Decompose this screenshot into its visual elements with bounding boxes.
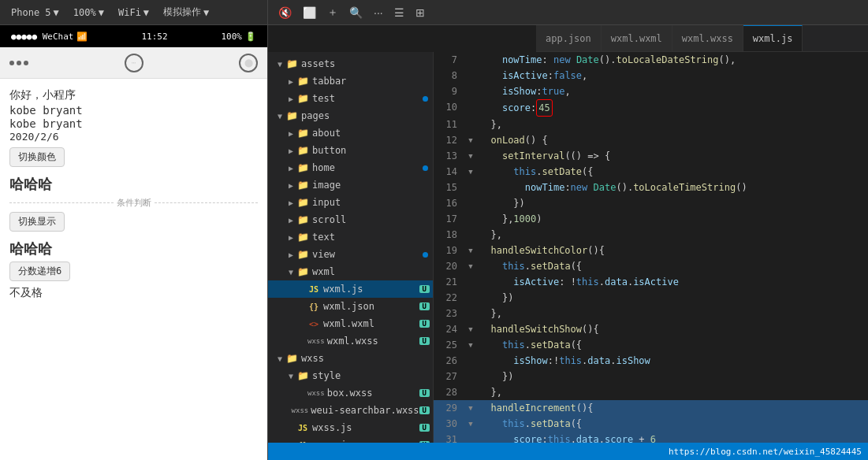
switch-show-button[interactable]: 切换显示: [9, 212, 65, 232]
wxml-wxml-icon: <>: [307, 320, 320, 328]
line-num-31: 31: [434, 432, 465, 443]
tree-item-style[interactable]: ▼ 📁 style: [268, 367, 433, 384]
input-folder-icon: 📁: [296, 197, 309, 208]
button-folder-icon: 📁: [296, 145, 309, 156]
tabbar-folder-icon: 📁: [296, 76, 309, 87]
tree-item-tabbar[interactable]: ▶ 📁 tabbar: [268, 72, 433, 90]
about-label: about: [312, 128, 341, 139]
zoom-selector[interactable]: 100% ▼: [69, 6, 109, 20]
line-content-25: this.setData({: [476, 337, 868, 353]
pages-folder-icon: 📁: [285, 110, 298, 121]
line-content-8: isActive:false,: [476, 68, 868, 83]
more-button[interactable]: ···: [370, 5, 387, 20]
nav-home-icon: ⬤: [244, 58, 253, 67]
box-wxss-label: box.wxss: [327, 388, 373, 399]
wxml-wxss-badge: U: [419, 337, 430, 345]
line-content-29: handleIncrement(){: [476, 400, 868, 416]
tree-item-box-wxss[interactable]: wxss box.wxss U: [268, 384, 433, 402]
text-folder-icon: 📁: [296, 232, 309, 243]
wxml-json-badge: U: [419, 302, 430, 310]
wxss-js-icon: JS: [296, 424, 309, 432]
line-num-10: 10: [434, 99, 465, 115]
name2-text: kobe bryant: [9, 117, 258, 130]
tree-item-text[interactable]: ▶ 📁 text: [268, 228, 433, 246]
fold-30[interactable]: ▼: [465, 416, 476, 432]
tree-item-button[interactable]: ▶ 📁 button: [268, 142, 433, 159]
fold-20[interactable]: ▼: [465, 258, 476, 274]
tree-item-image[interactable]: ▶ 📁 image: [268, 176, 433, 194]
test-label: test: [312, 93, 335, 104]
text-arrow-icon: ▶: [285, 233, 296, 242]
code-line-17: 17 },1000): [434, 211, 868, 227]
line-content-14: this.setDate({: [476, 164, 868, 180]
tab-wxml-wxml-label: wxml.wxml: [611, 33, 662, 44]
fold-13[interactable]: ▼: [465, 148, 476, 164]
wxss-label: wxss: [301, 353, 324, 364]
divider-label: 条件判断: [114, 197, 155, 209]
wxml-js-icon: JS: [307, 285, 320, 294]
add-button[interactable]: ＋: [323, 4, 342, 21]
tree-item-input[interactable]: ▶ 📁 input: [268, 194, 433, 211]
simulate-selector[interactable]: 模拟操作 ▼: [158, 4, 214, 20]
fold-19[interactable]: ▼: [465, 243, 476, 258]
wxml-arrow-icon: ▼: [285, 268, 296, 276]
split-button[interactable]: ⊞: [412, 5, 429, 20]
tree-item-home[interactable]: ▶ 📁 home: [268, 159, 433, 176]
tree-item-pages[interactable]: ▼ 📁 pages: [268, 107, 433, 124]
simulate-label: 模拟操作: [163, 6, 201, 19]
tree-item-wxml-wxss[interactable]: wxss wxml.wxss U: [268, 332, 433, 350]
tab-wxml-js[interactable]: wxml.js: [743, 25, 803, 51]
list-button[interactable]: ☰: [390, 5, 408, 20]
tree-item-assets[interactable]: ▼ 📁 assets: [268, 55, 433, 72]
line-num-27: 27: [434, 369, 465, 384]
nav-circle: ⋯: [125, 54, 143, 72]
line-content-12: onLoad() {: [476, 132, 868, 148]
code-line-26: 26 isShow:!this.data.isShow: [434, 353, 868, 369]
home-label: home: [312, 162, 335, 173]
tab-wxml-wxss[interactable]: wxml.wxss: [672, 25, 743, 51]
line-num-28: 28: [434, 384, 465, 400]
line-num-7: 7: [434, 52, 465, 68]
tree-item-wxss[interactable]: ▼ 📁 wxss: [268, 350, 433, 367]
code-line-15: 15 nowTime:new Date().toLocaleTimeString…: [434, 180, 868, 195]
window-button[interactable]: ⬜: [299, 5, 320, 20]
tab-app-json[interactable]: app.json: [536, 25, 602, 51]
tree-item-wxml-json[interactable]: {} wxml.json U: [268, 298, 433, 315]
tab-wxml-wxss-label: wxml.wxss: [682, 33, 733, 44]
switch-color-button[interactable]: 切换颜色: [9, 147, 65, 167]
home-badge: [423, 165, 428, 171]
search-button[interactable]: 🔍: [345, 5, 367, 20]
fold-29[interactable]: ▼: [465, 400, 476, 416]
tree-item-wxml[interactable]: ▼ 📁 wxml: [268, 263, 433, 280]
line-content-26: isShow:!this.data.isShow: [476, 353, 868, 369]
fold-14[interactable]: ▼: [465, 164, 476, 180]
tab-wxml-wxml[interactable]: wxml.wxml: [602, 25, 672, 51]
fold-12[interactable]: ▼: [465, 132, 476, 148]
fold-24[interactable]: ▼: [465, 321, 476, 337]
assets-arrow-icon: ▼: [274, 60, 285, 69]
tree-item-wxss-js[interactable]: JS wxss.js U: [268, 419, 433, 436]
network-selector[interactable]: WiFi ▼: [114, 6, 154, 20]
tree-item-scroll[interactable]: ▶ 📁 scroll: [268, 211, 433, 228]
test-folder-icon: 📁: [296, 93, 309, 104]
device-selector[interactable]: Phone 5 ▼: [6, 6, 64, 20]
wxml-wxml-badge: U: [419, 320, 430, 328]
time-label: 11:52: [141, 32, 167, 42]
style-arrow-icon: ▼: [285, 372, 296, 380]
mute-button[interactable]: 🔇: [274, 5, 296, 20]
tree-item-wxml-js[interactable]: JS wxml.js U: [268, 280, 433, 298]
line-content-17: },1000): [476, 211, 868, 227]
tree-item-test[interactable]: ▶ 📁 test: [268, 90, 433, 107]
tree-item-weui-searchbar[interactable]: wxss weui-searchbar.wxss U: [268, 402, 433, 419]
wxml-folder-icon: 📁: [296, 266, 309, 277]
tree-item-view[interactable]: ▶ 📁 view: [268, 246, 433, 263]
tree-item-about[interactable]: ▶ 📁 about: [268, 124, 433, 142]
score-button[interactable]: 分数递增6: [9, 262, 70, 281]
fold-25[interactable]: ▼: [465, 337, 476, 353]
code-editor[interactable]: 7 nowTime: new Date().toLocaleDateString…: [434, 52, 868, 443]
line-num-24: 24: [434, 321, 465, 337]
home-arrow-icon: ▶: [285, 164, 296, 172]
tree-item-wxml-wxml[interactable]: <> wxml.wxml U: [268, 315, 433, 332]
tree-item-wxss-json[interactable]: {} wxss.json U: [268, 436, 433, 443]
line-num-16: 16: [434, 195, 465, 211]
